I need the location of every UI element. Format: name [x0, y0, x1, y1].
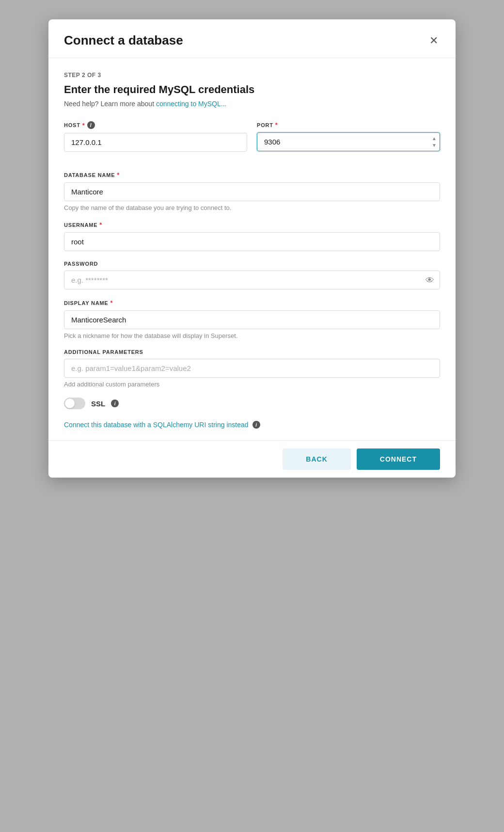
ssl-toggle-row: SSL i [64, 398, 440, 409]
additional-params-hint: Add additional custom parameters [64, 381, 440, 388]
database-name-hint: Copy the name of the database you are tr… [64, 204, 440, 211]
modal-title: Connect a database [64, 33, 183, 48]
username-label: USERNAME * [64, 221, 440, 228]
host-label: HOST * i [64, 121, 247, 129]
ssl-toggle[interactable] [64, 398, 85, 409]
back-button[interactable]: BACK [283, 448, 350, 470]
database-name-group: DATABASE NAME * Copy the name of the dat… [64, 171, 440, 211]
password-toggle-button[interactable]: 👁 [425, 275, 434, 285]
port-field-group: PORT * ▲ ▼ [257, 121, 440, 152]
host-info-icon[interactable]: i [87, 121, 95, 129]
sqlalchemy-link[interactable]: Connect this database with a SQLAlchemy … [64, 421, 249, 429]
modal-footer: BACK CONNECT [48, 440, 456, 478]
database-name-input[interactable] [64, 182, 440, 201]
ssl-label: SSL [91, 400, 105, 408]
port-wrapper: ▲ ▼ [257, 132, 440, 151]
connect-button[interactable]: CONNECT [357, 448, 440, 470]
host-port-row: HOST * i PORT * ▲ ▼ [64, 121, 440, 161]
display-name-required: * [110, 299, 113, 306]
username-input[interactable] [64, 232, 440, 251]
display-name-group: DISPLAY NAME * Pick a nickname for how t… [64, 299, 440, 339]
section-title: Enter the required MySQL credentials [64, 83, 440, 96]
display-name-input[interactable] [64, 310, 440, 329]
modal-body: STEP 2 OF 3 Enter the required MySQL cre… [48, 58, 456, 440]
port-spinner: ▲ ▼ [430, 135, 438, 149]
host-input[interactable] [64, 133, 247, 152]
password-input[interactable] [64, 271, 440, 289]
password-wrapper: 👁 [64, 271, 440, 289]
database-name-label: DATABASE NAME * [64, 171, 440, 178]
password-label: PASSWORD [64, 261, 440, 267]
ssl-info-icon[interactable]: i [111, 400, 119, 407]
display-name-hint: Pick a nickname for how the database wil… [64, 332, 440, 339]
port-input[interactable] [257, 132, 440, 151]
username-group: USERNAME * [64, 221, 440, 251]
password-group: PASSWORD 👁 [64, 261, 440, 289]
additional-params-label: ADDITIONAL PARAMETERS [64, 349, 440, 355]
username-required: * [99, 221, 102, 228]
host-required: * [82, 122, 85, 129]
sqlalchemy-link-row: Connect this database with a SQLAlchemy … [64, 421, 440, 429]
step-label: STEP 2 OF 3 [64, 72, 440, 79]
toggle-knob [65, 399, 75, 408]
modal-header: Connect a database ✕ [48, 19, 456, 58]
port-increment-button[interactable]: ▲ [430, 135, 438, 142]
sqlalchemy-info-icon[interactable]: i [252, 421, 260, 429]
display-name-label: DISPLAY NAME * [64, 299, 440, 306]
additional-params-group: ADDITIONAL PARAMETERS Add additional cus… [64, 349, 440, 388]
host-field-group: HOST * i [64, 121, 247, 152]
port-label: PORT * [257, 121, 440, 128]
additional-params-input[interactable] [64, 359, 440, 378]
connect-database-modal: Connect a database ✕ STEP 2 OF 3 Enter t… [48, 19, 456, 478]
port-decrement-button[interactable]: ▼ [430, 142, 438, 149]
port-required: * [275, 121, 278, 128]
mysql-help-link[interactable]: connecting to MySQL... [156, 100, 227, 108]
close-button[interactable]: ✕ [427, 33, 440, 48]
help-text: Need help? Learn more about connecting t… [64, 100, 440, 108]
db-name-required: * [117, 171, 120, 178]
